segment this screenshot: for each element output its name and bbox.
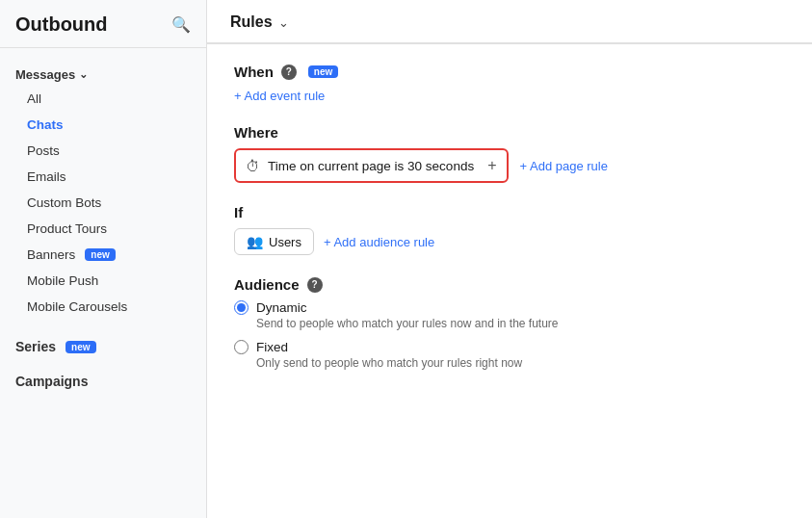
rule-prefix: Time on current page (268, 159, 391, 173)
where-label-text: Where (234, 124, 278, 141)
sidebar-item-banners[interactable]: Banners new (0, 242, 206, 268)
when-label-text: When (234, 64, 274, 80)
dynamic-label: Dynamic (256, 300, 307, 315)
rule-chip-text: Time on current page is 30 seconds (268, 159, 474, 173)
add-page-rule-link[interactable]: + Add page rule (520, 159, 608, 173)
campaigns-label: Campaigns (15, 374, 88, 389)
series-label: Series (15, 339, 56, 354)
sidebar-item-label: Banners (27, 247, 75, 262)
audience-radio-group: Dynamic Send to people who match your ru… (234, 300, 785, 370)
messages-label: Messages (15, 67, 75, 82)
sidebar-item-label: Emails (27, 169, 66, 184)
rule-value: 30 seconds (407, 159, 474, 173)
where-section: Where ⏱ Time on current page is 30 secon… (234, 124, 785, 183)
add-audience-rule-link[interactable]: + Add audience rule (324, 235, 434, 249)
sidebar-item-all[interactable]: All (0, 86, 206, 112)
sidebar-header: Outbound 🔍 (0, 0, 206, 48)
rules-title: Rules (230, 13, 273, 31)
sidebar-item-label: Custom Bots (27, 195, 101, 210)
when-label-row: When ? new (234, 64, 785, 80)
sidebar-item-label: Mobile Push (27, 273, 98, 288)
series-new-badge: new (65, 341, 95, 353)
fixed-label: Fixed (256, 340, 288, 354)
if-label-text: If (234, 204, 243, 220)
sidebar-title: Outbound (15, 13, 108, 36)
fixed-radio-row: Fixed (234, 340, 785, 354)
sidebar-item-label: Product Tours (27, 221, 107, 236)
main-content: Rules ⌄ When ? new + Add event rule Wher… (207, 0, 812, 518)
audience-info-icon[interactable]: ? (307, 277, 323, 293)
chevron-down-icon[interactable]: ⌄ (278, 15, 289, 30)
main-header: Rules ⌄ (207, 0, 812, 43)
fixed-desc: Only send to people who match your rules… (234, 356, 785, 370)
clock-icon: ⏱ (246, 158, 260, 174)
if-section: If 👥 Users + Add audience rule (234, 204, 785, 255)
sidebar-item-label: Posts (27, 143, 60, 158)
chevron-down-icon: ⌄ (79, 68, 88, 81)
users-chip[interactable]: 👥 Users (234, 228, 314, 255)
rule-is: is (395, 159, 408, 173)
add-event-rule-link[interactable]: + Add event rule (234, 89, 325, 103)
rule-plus-icon[interactable]: + (487, 157, 496, 174)
main-body: When ? new + Add event rule Where ⏱ Time… (207, 44, 812, 389)
sidebar-item-chats[interactable]: Chats (0, 112, 206, 138)
search-icon[interactable]: 🔍 (171, 15, 191, 34)
sidebar-nav: Messages ⌄ All Chats Posts Emails Custom… (0, 48, 206, 402)
time-rule-chip[interactable]: ⏱ Time on current page is 30 seconds + (234, 148, 509, 183)
where-rule-box: ⏱ Time on current page is 30 seconds + +… (234, 148, 785, 183)
fixed-radio[interactable] (234, 340, 249, 354)
audience-section: Audience ? Dynamic Send to people who ma… (234, 276, 785, 370)
when-info-icon[interactable]: ? (281, 65, 297, 80)
where-label-row: Where (234, 124, 785, 141)
when-section: When ? new + Add event rule (234, 64, 785, 103)
campaigns-section[interactable]: Campaigns (0, 364, 206, 393)
sidebar-item-product-tours[interactable]: Product Tours (0, 216, 206, 242)
users-chip-label: Users (269, 235, 301, 249)
series-section: Series new (0, 329, 206, 358)
new-badge: new (85, 248, 115, 261)
fixed-option: Fixed Only send to people who match your… (234, 340, 785, 370)
sidebar-item-label: Mobile Carousels (27, 299, 127, 314)
dynamic-radio[interactable] (234, 300, 249, 315)
if-row: 👥 Users + Add audience rule (234, 228, 785, 255)
sidebar: Outbound 🔍 Messages ⌄ All Chats Posts Em… (0, 0, 207, 518)
dynamic-desc: Send to people who match your rules now … (234, 317, 785, 330)
users-icon: 👥 (247, 234, 263, 249)
audience-label-text: Audience (234, 276, 300, 293)
sidebar-item-custom-bots[interactable]: Custom Bots (0, 190, 206, 216)
dynamic-radio-row: Dynamic (234, 300, 785, 315)
sidebar-item-label: All (27, 91, 41, 106)
sidebar-item-posts[interactable]: Posts (0, 138, 206, 164)
sidebar-item-mobile-carousels[interactable]: Mobile Carousels (0, 294, 206, 320)
sidebar-item-emails[interactable]: Emails (0, 164, 206, 190)
if-label-row: If (234, 204, 785, 220)
sidebar-item-mobile-push[interactable]: Mobile Push (0, 268, 206, 294)
dynamic-option: Dynamic Send to people who match your ru… (234, 300, 785, 330)
messages-section[interactable]: Messages ⌄ (0, 58, 206, 86)
sidebar-item-label: Chats (27, 117, 64, 132)
audience-label-row: Audience ? (234, 276, 785, 293)
when-new-badge: new (308, 65, 338, 78)
